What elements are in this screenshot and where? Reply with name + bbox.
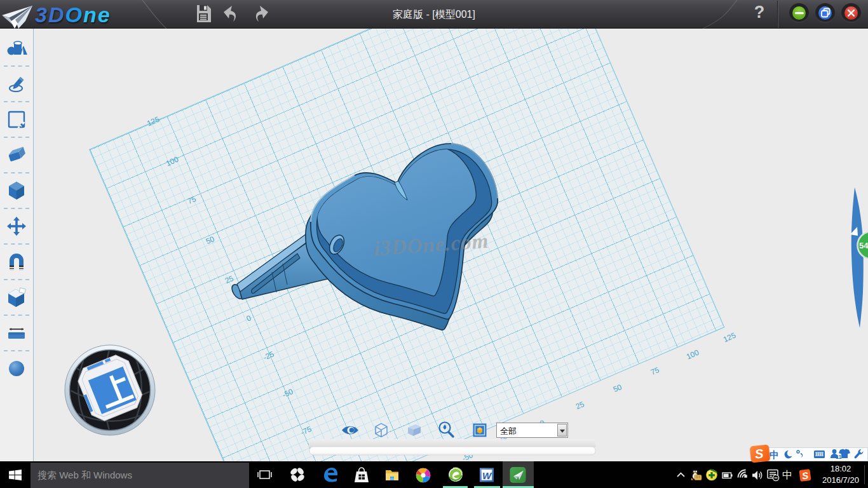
svg-text:中: 中 [770, 449, 779, 460]
svg-text:S: S [801, 470, 809, 481]
svg-text:11: 11 [836, 454, 842, 460]
svg-text:W: W [482, 470, 492, 481]
svg-text:中: 中 [782, 470, 792, 480]
svg-text:54: 54 [859, 241, 868, 250]
